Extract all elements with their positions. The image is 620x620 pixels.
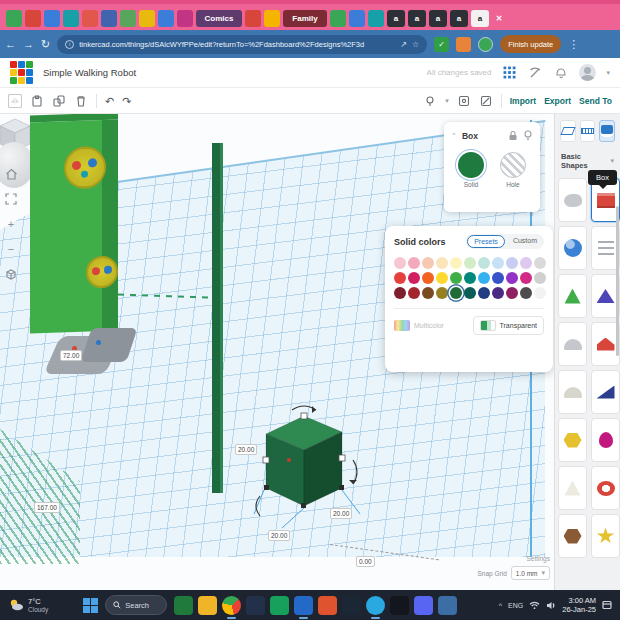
volume-icon[interactable] — [546, 596, 556, 614]
fit-view-icon[interactable] — [3, 191, 19, 207]
color-swatch[interactable] — [492, 287, 504, 299]
shape-item[interactable] — [558, 322, 587, 366]
hide-icon[interactable] — [479, 94, 493, 108]
site-info-icon[interactable]: i — [65, 40, 74, 49]
taskbar-app-icon[interactable] — [270, 596, 289, 615]
material-solid-option[interactable]: Solid — [458, 152, 484, 188]
browser-tab[interactable] — [44, 10, 60, 27]
color-swatch[interactable] — [436, 272, 448, 284]
taskbar-app-icon[interactable] — [438, 596, 457, 615]
extension-check-icon[interactable]: ✓ — [434, 37, 449, 52]
browser-profile-avatar[interactable] — [478, 37, 493, 52]
shape-item[interactable] — [558, 370, 587, 414]
notes-tool[interactable] — [599, 120, 615, 142]
shape-item[interactable] — [591, 514, 620, 558]
color-swatch[interactable] — [534, 272, 546, 284]
notifications-bell-icon[interactable] — [553, 65, 569, 81]
browser-tab[interactable]: a — [429, 10, 447, 27]
color-swatch[interactable] — [478, 272, 490, 284]
color-swatch[interactable] — [534, 287, 546, 299]
shape-item[interactable] — [591, 370, 620, 414]
taskbar-app-icon[interactable] — [390, 596, 409, 615]
dimension-ruler-field[interactable]: 167.00 — [34, 502, 60, 513]
color-swatch[interactable] — [422, 287, 434, 299]
color-swatch[interactable] — [450, 272, 462, 284]
robot-eye-right[interactable] — [86, 255, 118, 288]
color-swatch[interactable] — [464, 272, 476, 284]
annotate-caret-icon[interactable]: ▾ — [445, 97, 449, 105]
weather-widget[interactable]: 7°C Cloudy — [8, 597, 48, 613]
color-swatch[interactable] — [478, 287, 490, 299]
reload-icon[interactable]: ↻ — [41, 38, 50, 51]
user-avatar[interactable] — [579, 64, 596, 81]
share-icon[interactable]: ↗ — [400, 40, 407, 49]
shape-item[interactable] — [591, 466, 620, 510]
home-view-icon[interactable] — [3, 166, 19, 182]
language-indicator[interactable]: ENG — [508, 602, 523, 609]
browser-tab[interactable]: a — [450, 10, 468, 27]
tools-icon[interactable] — [527, 65, 543, 81]
dimension-depth-field[interactable]: 20.00 — [268, 530, 290, 541]
apps-grid-icon[interactable] — [501, 65, 517, 81]
color-swatch[interactable] — [436, 287, 448, 299]
color-swatch[interactable] — [506, 257, 518, 269]
browser-tab[interactable] — [25, 10, 41, 27]
dimension-height-field[interactable]: 20.00 — [235, 444, 257, 455]
taskbar-app-icon[interactable] — [414, 596, 433, 615]
scale-handle-left[interactable] — [263, 457, 269, 463]
color-swatch[interactable] — [450, 287, 462, 299]
shape-item[interactable] — [558, 466, 587, 510]
browser-tab[interactable]: Family — [283, 10, 327, 27]
avatar-caret-icon[interactable]: ▾ — [606, 69, 610, 77]
color-swatch[interactable] — [394, 257, 406, 269]
design-title[interactable]: Simple Walking Robot — [43, 67, 136, 78]
export-button[interactable]: Export — [544, 96, 571, 106]
workplane-tool[interactable] — [560, 120, 576, 142]
zoom-out-icon[interactable]: − — [3, 241, 19, 257]
shape-category-dropdown[interactable]: Basic Shapes — [561, 152, 606, 170]
dimension-width-field[interactable]: 20.00 — [330, 508, 352, 519]
collapse-icon[interactable]: ⌃ — [451, 132, 457, 140]
paste-icon[interactable] — [30, 94, 44, 108]
forward-icon[interactable]: → — [23, 38, 34, 50]
color-swatch[interactable] — [506, 272, 518, 284]
import-button[interactable]: Import — [510, 96, 536, 106]
color-swatch[interactable] — [394, 272, 406, 284]
color-swatch[interactable] — [464, 287, 476, 299]
shape-robot-body[interactable] — [30, 114, 118, 334]
browser-tab[interactable] — [158, 10, 174, 27]
browser-tab[interactable]: ✕ — [492, 10, 506, 27]
color-swatch[interactable] — [464, 257, 476, 269]
show-all-icon[interactable] — [457, 94, 471, 108]
browser-tab[interactable]: Comics — [196, 10, 242, 27]
material-hole-option[interactable]: Hole — [500, 152, 526, 188]
tinkercad-logo[interactable] — [10, 61, 33, 84]
back-icon[interactable]: ← — [5, 38, 16, 50]
color-swatch[interactable] — [408, 272, 420, 284]
perspective-toggle-icon[interactable] — [3, 266, 19, 282]
browser-tab[interactable] — [6, 10, 22, 27]
ruler-tool[interactable] — [580, 120, 596, 142]
color-swatch[interactable] — [450, 257, 462, 269]
browser-tab[interactable] — [82, 10, 98, 27]
transparent-option[interactable]: Transparent — [473, 316, 544, 335]
redo-icon[interactable]: ↷ — [122, 95, 131, 107]
delete-icon[interactable] — [74, 94, 88, 108]
shape-pillar[interactable] — [212, 143, 223, 493]
shape-item[interactable] — [558, 178, 587, 222]
zoom-in-icon[interactable]: + — [3, 216, 19, 232]
color-swatch[interactable] — [478, 257, 490, 269]
color-swatch[interactable] — [492, 257, 504, 269]
finish-update-button[interactable]: Finish update — [500, 35, 561, 53]
clock[interactable]: 3:00 AM 26-Jan-25 — [562, 596, 596, 614]
taskbar-app-icon[interactable] — [174, 596, 193, 615]
color-swatch[interactable] — [394, 287, 406, 299]
bookmark-star-icon[interactable]: ☆ — [412, 40, 419, 49]
duplicate-icon[interactable] — [52, 94, 66, 108]
browser-tab[interactable] — [349, 10, 365, 27]
browser-tab[interactable]: a — [408, 10, 426, 27]
browser-tab[interactable] — [101, 10, 117, 27]
taskbar-search[interactable]: Search — [105, 595, 167, 615]
scale-handle-base-left[interactable] — [264, 485, 269, 490]
scale-handle-right[interactable] — [339, 455, 345, 461]
